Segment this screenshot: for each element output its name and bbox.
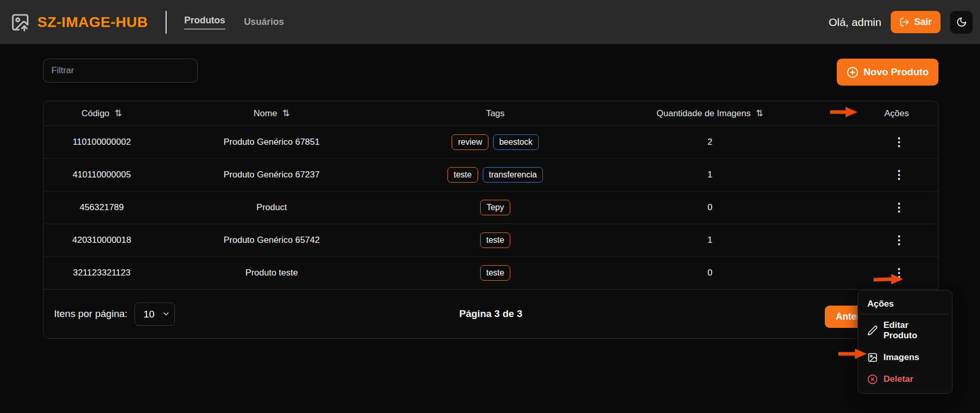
table-row: 321123321123Produto testeteste0⋮	[44, 256, 938, 289]
user-greeting: Olá, admin	[828, 16, 881, 29]
column-header-quantidade[interactable]: Quantidade de Imagens ⇅	[607, 108, 812, 119]
cell-name: Produto Genérico 67851	[160, 137, 384, 147]
menu-item-label: Imagens	[883, 352, 919, 363]
row-actions-context-menu: Ações Editar ProdutoImagensDeletar	[857, 290, 952, 394]
cell-tags: teste	[384, 232, 607, 248]
theme-toggle-button[interactable]	[950, 11, 973, 34]
cell-name: Product	[160, 202, 384, 213]
cell-code: 456321789	[44, 202, 160, 213]
products-table-card: Código ⇅ Nome ⇅ Tags Quantidade de Image…	[43, 101, 938, 339]
cell-actions: ⋮	[813, 167, 938, 183]
table-body: 110100000002Produto Genérico 67851review…	[44, 126, 938, 289]
cell-code: 410110000005	[44, 170, 160, 180]
cell-image-count: 1	[607, 170, 812, 180]
cell-image-count: 0	[607, 202, 812, 213]
cell-tags: reviewbeestock	[384, 134, 607, 150]
column-header-acoes: Ações	[813, 108, 938, 119]
table-row: 420310000018Produto Genérico 65742teste1…	[44, 224, 938, 256]
new-product-button[interactable]: Novo Produto	[837, 59, 938, 86]
new-product-button-label: Novo Produto	[863, 66, 929, 78]
filter-input[interactable]	[43, 59, 198, 82]
menu-item-deletar[interactable]: Deletar	[861, 368, 949, 390]
column-header-label: Quantidade de Imagens	[657, 108, 751, 119]
logout-button-label: Sair	[914, 17, 932, 27]
menu-item-label: Deletar	[883, 374, 914, 384]
cell-actions: ⋮	[813, 265, 938, 281]
menu-item-label: Editar Produto	[883, 320, 943, 341]
tag-badge: Tepy	[480, 200, 510, 215]
cell-tags: testetransferencia	[384, 167, 607, 183]
cell-code: 420310000018	[44, 235, 160, 245]
image-icon	[867, 352, 878, 363]
app-title: SZ-IMAGE-HUB	[37, 14, 148, 31]
column-header-codigo[interactable]: Código ⇅	[44, 108, 160, 119]
column-header-label: Nome	[254, 108, 277, 119]
circle-x-icon	[867, 374, 878, 384]
pencil-icon	[867, 325, 878, 336]
cell-image-count: 0	[607, 268, 812, 278]
table-row: 456321789ProductTepy0⋮	[44, 191, 938, 224]
nav-link-usuarios[interactable]: Usuários	[244, 17, 284, 27]
sort-icon-quantidade[interactable]: ⇅	[756, 108, 763, 119]
plus-circle-icon	[847, 66, 859, 78]
page-indicator: Página 3 de 3	[459, 308, 522, 320]
cell-actions: ⋮	[813, 134, 938, 150]
cell-code: 110100000002	[44, 137, 160, 147]
sort-icon-codigo[interactable]: ⇅	[115, 108, 122, 119]
cell-tags: teste	[384, 265, 607, 281]
column-header-nome[interactable]: Nome ⇅	[160, 108, 384, 119]
column-header-label: Tags	[486, 108, 505, 119]
logout-icon	[900, 17, 909, 27]
menu-item-editar-produto[interactable]: Editar Produto	[861, 314, 949, 347]
nav-links: Produtos Usuários	[184, 15, 284, 30]
logout-button[interactable]: Sair	[891, 11, 941, 33]
row-actions-menu-button[interactable]: ⋮	[890, 232, 908, 248]
table-row: 110100000002Produto Genérico 67851review…	[44, 126, 938, 158]
row-actions-menu-button[interactable]: ⋮	[890, 200, 908, 215]
cell-tags: Tepy	[384, 200, 607, 215]
app-root: SZ-IMAGE-HUB Produtos Usuários Olá, admi…	[0, 0, 980, 413]
tag-badge: review	[452, 134, 488, 150]
context-menu-title: Ações	[861, 294, 949, 314]
tag-badge: beestock	[493, 134, 539, 150]
image-up-logo-icon	[10, 12, 30, 32]
cell-actions: ⋮	[813, 200, 938, 215]
nav-divider	[166, 11, 167, 34]
cell-name: Produto Genérico 67237	[160, 170, 384, 180]
items-per-page-select[interactable]: 10	[134, 302, 175, 326]
pagination-bar: Itens por página: 10 Página 3 de 3 Anter…	[44, 289, 938, 338]
tag-badge: teste	[480, 265, 511, 281]
nav-link-produtos[interactable]: Produtos	[184, 15, 225, 30]
cell-image-count: 1	[607, 235, 812, 245]
cell-actions: ⋮	[813, 232, 938, 248]
tag-badge: teste	[447, 167, 478, 183]
navbar-right: Olá, admin Sair	[828, 11, 973, 34]
cell-code: 321123321123	[44, 268, 160, 278]
cell-image-count: 2	[607, 137, 812, 147]
table-header-row: Código ⇅ Nome ⇅ Tags Quantidade de Image…	[44, 101, 938, 126]
navbar: SZ-IMAGE-HUB Produtos Usuários Olá, admi…	[0, 0, 980, 44]
tag-badge: teste	[480, 232, 511, 248]
moon-icon	[956, 17, 967, 27]
context-menu-items: Editar ProdutoImagensDeletar	[861, 314, 949, 390]
table-row: 410110000005Produto Genérico 67237testet…	[44, 158, 938, 191]
tag-badge: transferencia	[483, 167, 543, 183]
cell-name: Produto teste	[160, 268, 384, 278]
toolbar: Novo Produto	[43, 59, 938, 86]
column-header-tags: Tags	[384, 108, 607, 119]
menu-item-imagens[interactable]: Imagens	[861, 347, 949, 368]
column-header-label: Código	[81, 108, 110, 119]
column-header-label: Ações	[884, 108, 909, 119]
row-actions-menu-button[interactable]: ⋮	[890, 134, 908, 150]
items-per-page-label: Itens por página:	[54, 308, 128, 320]
cell-name: Produto Genérico 65742	[160, 235, 384, 245]
row-actions-menu-button[interactable]: ⋮	[890, 167, 908, 183]
sort-icon-nome[interactable]: ⇅	[282, 108, 290, 119]
row-actions-menu-button[interactable]: ⋮	[890, 265, 908, 281]
items-per-page-select-wrap: 10	[134, 302, 175, 326]
